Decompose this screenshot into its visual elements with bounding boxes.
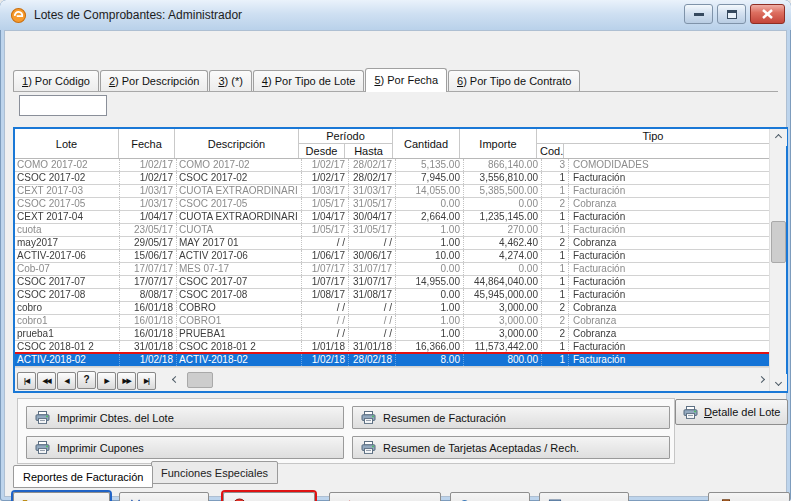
cell-importe: 0.00 [464, 263, 542, 275]
cell-hasta: 31/07/17 [349, 263, 396, 275]
hscroll-right-button[interactable] [753, 371, 769, 389]
search-input[interactable] [19, 95, 107, 116]
grid-row[interactable]: CSOC 2017-088/08/17CSOC 2017-081/08/1731… [15, 289, 769, 302]
cell-desde: 1/02/17 [302, 159, 349, 171]
col-header-lote[interactable]: Lote [15, 129, 119, 158]
prev-record-button[interactable]: ◀ [57, 372, 76, 390]
tab-3[interactable]: 3) (*) [209, 70, 251, 91]
cell-importe: 866,140.00 [464, 159, 542, 171]
filtros-button[interactable]: Filtros [539, 492, 629, 501]
titlebar[interactable]: Lotes de Comprobantes: Administrador [0, 0, 791, 30]
first-record-button[interactable]: |◀ [17, 372, 36, 390]
horizontal-scrollbar[interactable] [167, 371, 769, 389]
tab-5-por-fecha[interactable]: 5) Por Fecha [365, 68, 447, 92]
fast-prev-record-button[interactable]: ◀◀ [37, 372, 56, 390]
cell-lote: cobro1 [15, 315, 120, 327]
grid-row[interactable]: CSOC 2017-0717/07/17CSOC 2017-071/07/173… [15, 276, 769, 289]
col-header-cantidad[interactable]: Cantidad [393, 129, 460, 158]
tab-6-por-tipo-de-contrato[interactable]: 6) Por Tipo de Contrato [448, 70, 580, 91]
marcar-socios-button[interactable]: Marcar Socios [329, 492, 441, 501]
chevron-left-icon [171, 376, 178, 383]
selected-grid-row[interactable]: ACTIV-2018-021/02/18ACTIV-2018-021/02/18… [15, 354, 769, 367]
grid-row[interactable]: CSOC 2017-021/02/17CSOC 2017-021/02/1728… [15, 172, 769, 185]
cell-desde: 1/08/17 [302, 289, 349, 301]
hscroll-left-button[interactable] [167, 371, 183, 389]
cell-hasta: 31/08/17 [349, 289, 396, 301]
cell-descripcion: CSOC 2018-01 2 [177, 341, 302, 353]
cell-fecha: 16/01/18 [120, 328, 177, 340]
imprimir-cbtes-del-lote-button[interactable]: Imprimir Cbtes. del Lote [26, 406, 344, 429]
help-record-button[interactable]: ? [77, 371, 96, 389]
last-record-button[interactable]: ▶| [137, 372, 156, 390]
ver-button[interactable]: Ver [450, 492, 530, 501]
col-header-fecha[interactable]: Fecha [119, 129, 175, 158]
col-header-periodo[interactable]: Período Desde Hasta [299, 129, 393, 158]
vertical-scrollbar[interactable] [769, 129, 786, 391]
cell-cod: 2 [542, 198, 569, 210]
grid-row[interactable]: ACTIV-2017-0615/06/17ACTIV 2017-061/06/1… [15, 250, 769, 263]
cell-descripcion: ACTIV-2018-02 [177, 354, 302, 366]
cell-cod: 1 [542, 250, 569, 262]
minimize-icon [694, 13, 704, 16]
anular-button[interactable]: Anular [223, 492, 315, 501]
tab-1-por-código[interactable]: 1) Por Código [13, 70, 99, 91]
hscroll-track[interactable] [183, 371, 753, 389]
col-header-hasta[interactable]: Hasta [345, 144, 392, 158]
resumen-de-tarjetas-aceptadas-rech-button[interactable]: Resumen de Tarjetas Aceptadas / Rech. [352, 436, 670, 459]
grid-row[interactable]: CEXT 2017-031/03/17CUOTA EXTRAORDINARI1/… [15, 185, 769, 198]
col-header-cod[interactable]: Cod. [537, 144, 564, 158]
cell-cod: 1 [542, 276, 569, 288]
cell-tipo: Facturación [569, 276, 769, 288]
printer-icon [683, 406, 698, 419]
tab-funciones-especiales[interactable]: Funciones Especiales [151, 461, 278, 484]
vscroll-thumb[interactable] [771, 221, 786, 263]
grid-row[interactable]: Cob-0717/07/17MES 07-171/07/1731/07/170.… [15, 263, 769, 276]
grid-row[interactable]: COMO 2017-021/02/17COMO 2017-021/02/1728… [15, 159, 769, 172]
cell-tipo: Cobranza [569, 328, 769, 340]
cell-cod: 1 [542, 341, 569, 353]
grid-row[interactable]: cobro16/01/18COBRO/ // /1.003,000.002Cob… [15, 302, 769, 315]
vscroll-down-button[interactable] [770, 374, 787, 391]
restore-button[interactable] [717, 4, 746, 24]
cell-descripcion: COMO 2017-02 [177, 159, 302, 171]
cell-lote: ACTIV-2018-02 [15, 354, 120, 366]
fast-next-record-button[interactable]: ▶▶ [117, 372, 136, 390]
chevron-right-icon [757, 376, 764, 383]
tab-reportes-de-facturación[interactable]: Reportes de Facturación [13, 465, 153, 488]
cell-hasta: 31/05/17 [349, 198, 396, 210]
grid-row[interactable]: prueba116/01/18PRUEBA1/ // /1.003,000.00… [15, 328, 769, 341]
cell-cantidad: 1.00 [396, 302, 464, 314]
cell-cantidad: 14,055.00 [396, 185, 464, 197]
hscroll-thumb[interactable] [187, 372, 213, 388]
grid-row[interactable]: CSOC 2018-01 231/01/18CSOC 2018-01 21/01… [15, 341, 769, 354]
cell-hasta: 30/04/17 [349, 211, 396, 223]
grid-row[interactable]: cobro116/01/18COBRO1/ // /1.003,000.002C… [15, 315, 769, 328]
imprimir-cupones-button[interactable]: Imprimir Cupones [26, 436, 344, 459]
cell-tipo: Facturación [569, 224, 769, 236]
tab-2-por-descripción[interactable]: 2) Por Descripción [100, 70, 208, 91]
salir-button[interactable]: Salir [708, 492, 790, 501]
cambiar-button[interactable]: Cambiar [13, 492, 110, 501]
cell-cantidad: 7,945.00 [396, 172, 464, 184]
cell-hasta: 31/03/17 [349, 185, 396, 197]
cell-lote: CSOC 2017-02 [15, 172, 120, 184]
col-header-descripcion[interactable]: Descripción [175, 129, 299, 158]
vscroll-up-button[interactable] [770, 129, 787, 146]
col-header-importe[interactable]: Importe [460, 129, 537, 158]
minimize-button[interactable] [684, 4, 713, 24]
detalle-del-lote-button[interactable]: Detalle del Lote [675, 399, 788, 425]
grid-header: Lote Fecha Descripción Período Desde Has… [15, 129, 769, 159]
borrar-button[interactable]: Borrar [119, 492, 209, 501]
cell-lote: CSOC 2017-07 [15, 276, 120, 288]
cell-hasta: / / [349, 315, 396, 327]
tab-4-por-tipo-de-lote[interactable]: 4) Por Tipo de Lote [253, 70, 365, 91]
grid-row[interactable]: CEXT 2017-041/04/17CUOTA EXTRAORDINARI1/… [15, 211, 769, 224]
next-record-button[interactable]: ▶ [97, 372, 116, 390]
close-button[interactable] [750, 4, 785, 24]
col-header-desde[interactable]: Desde [299, 144, 345, 158]
grid-row[interactable]: may201729/05/17MAY 2017 01/ // /1.004,46… [15, 237, 769, 250]
resumen-de-facturación-button[interactable]: Resumen de Facturación [352, 406, 670, 429]
grid-row[interactable]: CSOC 2017-051/03/17CSOC 2017-051/05/1731… [15, 198, 769, 211]
col-header-tipo[interactable]: Tipo Cod. [537, 129, 769, 158]
grid-row[interactable]: cuota23/05/17CUOTA1/05/1731/05/171.00270… [15, 224, 769, 237]
